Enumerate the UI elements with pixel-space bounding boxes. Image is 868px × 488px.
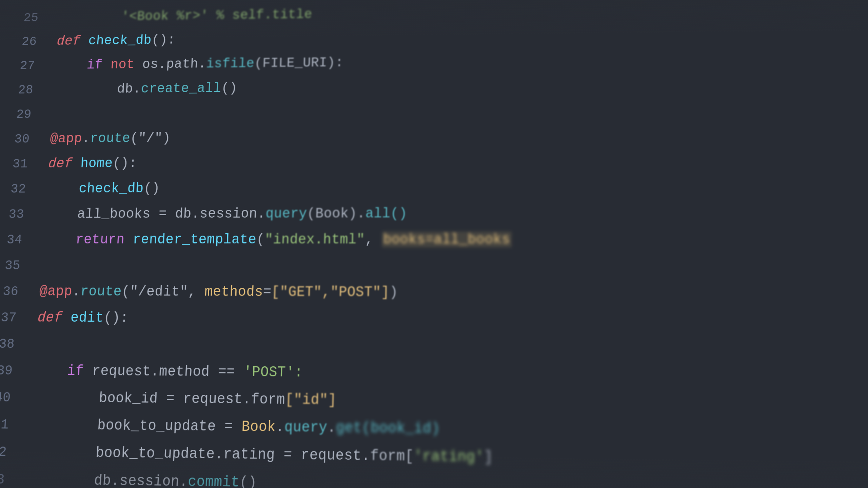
line-content: return render_template("index.html", boo… — [42, 226, 868, 253]
code-line: 35 — [0, 253, 868, 280]
code-line: 37def edit(): — [0, 305, 868, 335]
code-line: 36@app.route("/edit", methods=["GET","PO… — [0, 279, 868, 308]
code-editor: 25 '<Book %r>' % self.title26def check_d… — [0, 0, 868, 488]
line-number: 26 — [9, 30, 37, 54]
code-container: 25 '<Book %r>' % self.title26def check_d… — [0, 0, 868, 488]
line-number: 39 — [0, 358, 14, 384]
line-number: 40 — [0, 385, 12, 411]
code-line: 31def home(): — [0, 147, 868, 177]
line-content — [35, 331, 868, 363]
line-number: 30 — [1, 127, 31, 151]
line-number: 37 — [0, 305, 17, 331]
line-number: 41 — [0, 411, 9, 439]
line-content: def edit(): — [37, 305, 868, 334]
line-content: @app.route("/edit", methods=["GET","POST… — [39, 279, 868, 307]
line-number: 35 — [0, 253, 21, 279]
line-number: 29 — [3, 103, 32, 127]
line-content: def home(): — [47, 147, 868, 176]
line-number: 34 — [0, 227, 23, 253]
line-number: 38 — [0, 331, 16, 358]
line-number: 27 — [7, 54, 36, 78]
line-content: check_db() — [46, 174, 868, 201]
line-number: 43 — [0, 466, 6, 488]
line-number: 33 — [0, 202, 25, 227]
line-number: 25 — [11, 6, 39, 30]
code-line: 33 all_books = db.session.query(Book).al… — [0, 200, 868, 227]
line-number: 31 — [0, 152, 28, 177]
line-content — [40, 253, 868, 280]
code-line: 32 check_db() — [0, 174, 868, 202]
line-content: @app.route("/") — [49, 122, 868, 151]
line-number: 32 — [0, 177, 27, 202]
code-line: 30@app.route("/") — [0, 121, 868, 152]
code-line: 34 return render_template("index.html", … — [0, 226, 868, 253]
line-number: 28 — [5, 78, 34, 102]
line-content: all_books = db.session.query(Book).all() — [44, 200, 868, 227]
line-number: 42 — [0, 439, 8, 466]
line-number: 36 — [0, 279, 19, 305]
